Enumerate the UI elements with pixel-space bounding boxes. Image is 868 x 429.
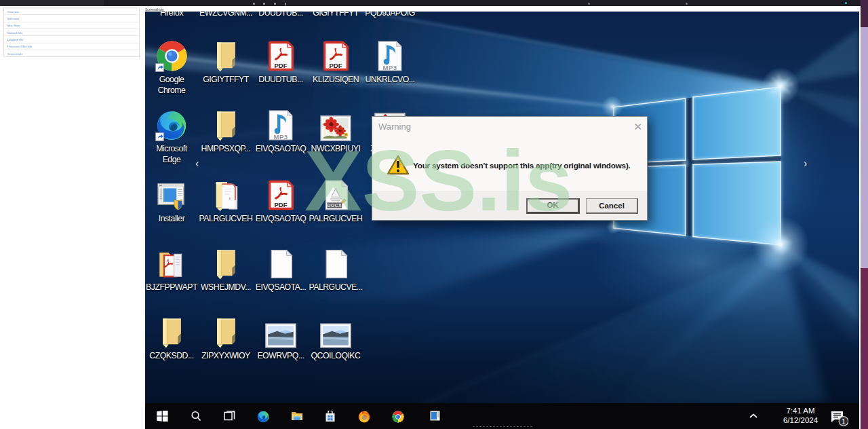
svg-text:1: 1 [842, 417, 846, 426]
